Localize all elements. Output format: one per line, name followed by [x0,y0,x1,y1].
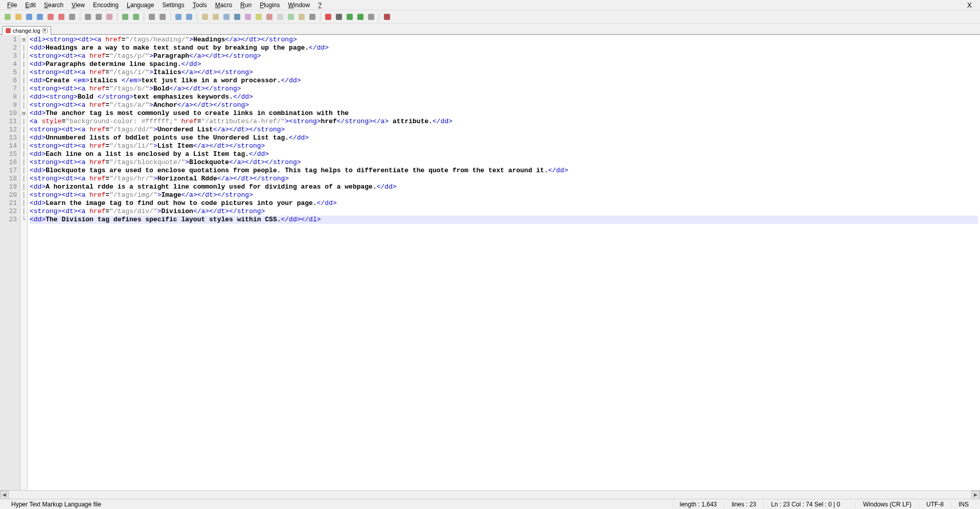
copy-icon[interactable] [94,12,103,21]
monitor-icon[interactable] [308,12,317,21]
redo-icon[interactable] [131,12,141,21]
zoom-out-icon[interactable] [185,12,194,21]
menu-plugins[interactable]: Plugins [256,1,284,10]
fold-marker[interactable]: │ [20,183,27,191]
code-line[interactable]: <dl><strong><dt><a href="/tags/heading/"… [30,36,978,44]
code-line[interactable]: <dd>Unnumbered lists of bddlet points us… [30,134,978,142]
fold-marker[interactable]: │ [20,77,27,85]
code-line[interactable]: <dd>Each line on a list is enclosed by a… [30,150,978,158]
menu-window[interactable]: Window [284,1,314,10]
close-all-icon[interactable] [57,12,66,21]
open-file-icon[interactable] [14,12,23,21]
save-icon[interactable] [25,12,34,21]
code-line[interactable]: <dd>The anchor tag is most commonly used… [30,109,978,118]
fold-marker[interactable]: └ [20,216,27,224]
all-chars-icon[interactable] [233,12,242,21]
print-icon[interactable] [67,12,77,21]
scroll-left-button[interactable]: ◀ [0,491,9,499]
menu-language[interactable]: Language [123,1,158,10]
fold-marker[interactable]: │ [20,150,27,158]
save-macro-icon[interactable] [367,12,376,21]
fold-marker[interactable]: │ [20,126,27,134]
code-area[interactable]: <dl><strong><dt><a href="/tags/heading/"… [28,35,980,490]
code-line[interactable]: <dd>Paragraphs determine line spacing.</… [30,60,978,68]
fold-marker[interactable]: │ [20,167,27,175]
find-icon[interactable] [147,12,156,21]
menu-run[interactable]: Run [236,1,256,10]
tab-close-icon[interactable]: ✕ [42,28,48,33]
menu-encoding[interactable]: Encoding [89,1,123,10]
sync-h-icon[interactable] [211,12,220,21]
zoom-in-icon[interactable] [174,12,183,21]
menu-macro[interactable]: Macro [211,1,236,10]
code-line[interactable]: <dd>Learn the image tag to find out how … [30,199,978,207]
doc-list-icon[interactable] [276,12,285,21]
menu-edit[interactable]: Edit [21,1,40,10]
fold-margin[interactable]: ⊟││││││││⊟││││││││││││└ [20,35,28,490]
fold-marker[interactable]: │ [20,134,27,142]
code-line[interactable]: <strong><dt><a href="/tags/a/">Anchor</a… [30,101,978,109]
menu-tools[interactable]: Tools [189,1,211,10]
code-line[interactable]: <strong><dt><a href="/tags/p/">Paragraph… [30,52,978,60]
code-line[interactable]: <strong><dt><a href="/tags/img/">Image</… [30,191,978,199]
scroll-right-button[interactable]: ▶ [971,491,980,499]
scroll-track[interactable] [9,491,971,499]
code-line[interactable]: <a style="background-color: #ffffff;" hr… [30,118,978,126]
menu-search[interactable]: Search [40,1,67,10]
file-tab[interactable]: change.log ✕ [2,26,51,35]
code-line[interactable]: <strong><dt><a href="/tags/dd/">Unordere… [30,126,978,134]
fold-marker[interactable]: ⊟ [20,36,27,44]
fold-marker[interactable]: │ [20,191,27,199]
udl-icon[interactable] [254,12,263,21]
fold-marker[interactable]: │ [20,175,27,183]
code-line[interactable]: <strong><dt><a href="/tags/i/">Italics</… [30,68,978,77]
code-line[interactable]: <dd>The Division tag defines specific la… [30,216,978,224]
save-all-icon[interactable] [35,12,44,21]
menu-settings[interactable]: Settings [158,1,188,10]
paste-icon[interactable] [105,12,114,21]
undo-icon[interactable] [121,12,130,21]
fold-marker[interactable]: │ [20,118,27,126]
close-icon[interactable] [46,12,55,21]
code-line[interactable]: <dd>Create <em>italics </em>text just li… [30,77,978,85]
wrap-icon[interactable] [222,12,231,21]
menu-file[interactable]: File [3,1,21,10]
folder-icon[interactable] [297,12,306,21]
fold-marker[interactable]: │ [20,85,27,93]
code-line[interactable]: <dd>Blockquote tags are used to enclose … [30,167,978,175]
fold-marker[interactable]: │ [20,207,27,216]
code-line[interactable]: <dd><strong>Bold </strong>text emphasize… [30,93,978,101]
fold-marker[interactable]: │ [20,199,27,207]
new-file-icon[interactable] [3,12,12,21]
fold-marker[interactable]: │ [20,52,27,60]
fold-marker[interactable]: │ [20,44,27,52]
editor[interactable]: 1234567891011121314151617181920212223 ⊟│… [0,35,980,490]
indent-guide-icon[interactable] [243,12,253,21]
fold-marker[interactable]: │ [20,158,27,167]
fold-marker[interactable]: │ [20,68,27,77]
horizontal-scrollbar[interactable]: ◀ ▶ [0,490,980,499]
fold-marker[interactable]: │ [20,142,27,150]
play-macro-icon[interactable] [345,12,354,21]
replace-icon[interactable] [158,12,167,21]
code-line[interactable]: <strong><dt><a href="/tags/hr/">Horizont… [30,175,978,183]
code-line[interactable]: <strong><dt><a href="/tags/li/">List Ite… [30,142,978,150]
doc-map-icon[interactable] [265,12,274,21]
spellcheck-icon[interactable] [382,12,392,21]
stop-macro-icon[interactable] [334,12,344,21]
fold-marker[interactable]: │ [20,101,27,109]
window-close-button[interactable]: X [962,1,977,9]
fold-marker[interactable]: │ [20,60,27,68]
menu-?[interactable]: ? [314,1,326,10]
code-line[interactable]: <strong><dt><a href="/tags/blockquote/">… [30,158,978,167]
menu-view[interactable]: View [67,1,89,10]
code-line[interactable]: <strong><dt><a href="/tags/b/">Bold</a><… [30,85,978,93]
code-line[interactable]: <strong><dt><a href="/tags/div/">Divisio… [30,207,978,216]
fold-marker[interactable]: │ [20,93,27,101]
fold-marker[interactable]: ⊟ [20,109,27,118]
cut-icon[interactable] [83,12,93,21]
play-multi-icon[interactable] [356,12,365,21]
code-line[interactable]: <dd>Headings are a way to make text stan… [30,44,978,52]
record-macro-icon[interactable] [324,12,333,21]
sync-v-icon[interactable] [200,12,210,21]
